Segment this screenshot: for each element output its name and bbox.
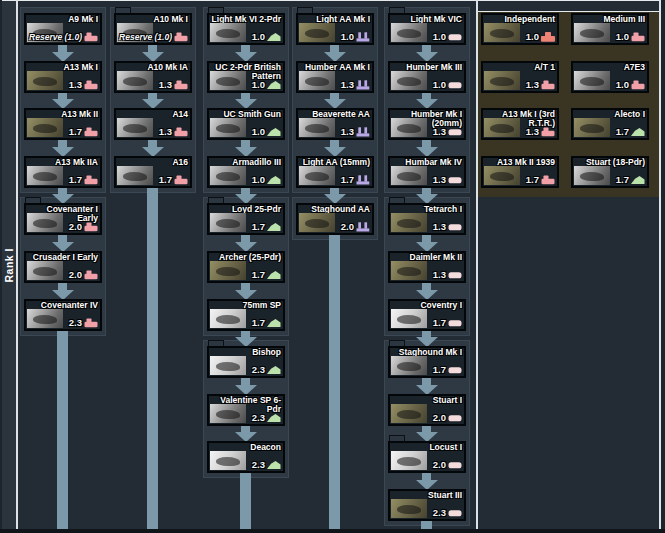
battle-rating: 1.0 xyxy=(433,79,446,90)
battle-rating: 1.7 xyxy=(159,174,172,185)
vehicle-card[interactable]: Humber Mk I (20mm)1.3 xyxy=(388,108,466,140)
battle-rating-row: 1.0 xyxy=(341,31,370,42)
vehicle-card[interactable]: A161.7 xyxy=(114,156,192,188)
battle-rating: 1.0 xyxy=(252,31,265,42)
battle-rating: 1.7 xyxy=(616,174,629,185)
vehicle-card[interactable]: Locust I2.0 xyxy=(388,441,466,473)
vehicle-photo xyxy=(27,261,63,280)
vehicle-card[interactable]: Bishop2.3 xyxy=(207,346,285,378)
tank-destroyer-class-icon xyxy=(267,318,281,328)
vehicle-card[interactable]: Light AA (15mm)1.7 xyxy=(296,156,374,188)
vehicle-photo xyxy=(210,404,246,423)
armored-car-class-icon xyxy=(448,270,462,280)
vehicle-card[interactable]: A13 Mk II1.7 xyxy=(24,108,102,140)
vehicle-photo xyxy=(299,118,335,137)
vehicle-card[interactable]: Stuart (18-Pdr)1.7 xyxy=(571,156,649,188)
vehicle-card[interactable]: A13 Mk II 19391.7 xyxy=(481,156,559,188)
battle-rating: 1.7 xyxy=(433,364,446,375)
vehicle-card[interactable]: Covenanter I Early2.0 xyxy=(24,203,102,235)
vehicle-card[interactable]: A141.3 xyxy=(114,108,192,140)
battle-rating-row: 1.3 xyxy=(69,79,98,90)
vehicle-photo xyxy=(391,23,427,42)
armored-car-class-icon xyxy=(448,318,462,328)
vehicle-card[interactable]: Beaverette AA1.3 xyxy=(296,108,374,140)
vehicle-card[interactable]: Deacon2.3 xyxy=(207,441,285,473)
vehicle-photo xyxy=(391,309,427,328)
rank-continuation-shaft xyxy=(329,233,340,529)
battle-rating: 1.0 xyxy=(252,79,265,90)
battle-rating: 2.3 xyxy=(433,507,446,518)
vehicle-photo xyxy=(484,23,520,42)
vehicle-card[interactable]: A9 Mk IReserve (1.0) xyxy=(24,13,102,45)
vehicle-card[interactable]: Humber Mk III1.0 xyxy=(388,61,466,93)
vehicle-card[interactable]: Staghound AA2.0 xyxy=(296,203,374,235)
vehicle-card[interactable]: Medium III1.0 xyxy=(571,13,649,45)
vehicle-card[interactable]: Staghound Mk I1.7 xyxy=(388,346,466,378)
vehicle-card[interactable]: Valentine SP 6-Pdr2.3 xyxy=(207,394,285,426)
battle-rating-row: 1.7 xyxy=(252,221,281,232)
vehicle-photo xyxy=(117,71,153,90)
battle-rating: 1.3 xyxy=(159,79,172,90)
vehicle-photo xyxy=(210,118,246,137)
vehicle-card[interactable]: A13 Mk IIA1.7 xyxy=(24,156,102,188)
vehicle-card[interactable]: A10 Mk IReserve (1.0) xyxy=(114,13,192,45)
vehicle-card[interactable]: Coventry I1.7 xyxy=(388,299,466,331)
vehicle-card[interactable]: Humber AA Mk I1.3 xyxy=(296,61,374,93)
tank-destroyer-class-icon xyxy=(267,365,281,375)
vehicle-card[interactable]: UC 2-Pdr British Pattern1.0 xyxy=(207,61,285,93)
battle-rating: 1.3 xyxy=(433,174,446,185)
cruiser-class-icon xyxy=(84,318,98,328)
vehicle-card[interactable]: Armadillo III1.0 xyxy=(207,156,285,188)
battle-rating-row: 1.3 xyxy=(433,221,462,232)
vehicle-photo xyxy=(484,166,520,185)
vehicle-card[interactable]: Crusader I Early2.0 xyxy=(24,251,102,283)
vehicle-photo xyxy=(210,261,246,280)
battle-rating-row: 1.3 xyxy=(526,126,555,137)
vehicle-card[interactable]: Humbar Mk IV1.3 xyxy=(388,156,466,188)
vehicle-photo xyxy=(574,71,610,90)
vehicle-card[interactable]: Daimler Mk II1.3 xyxy=(388,251,466,283)
vehicle-card[interactable]: Tetrarch I1.3 xyxy=(388,203,466,235)
vehicle-card[interactable]: A13 Mk I1.3 xyxy=(24,61,102,93)
battle-rating-row: 1.7 xyxy=(433,317,462,328)
cruiser-class-icon xyxy=(631,80,645,90)
vehicle-card[interactable]: Independent1.0 xyxy=(481,13,559,45)
vehicle-photo xyxy=(210,213,246,232)
vehicle-card[interactable]: Covenanter IV2.3 xyxy=(24,299,102,331)
spaa-class-icon xyxy=(356,32,370,42)
battle-rating: 1.7 xyxy=(252,317,265,328)
vehicle-card[interactable]: Stuart III2.3 xyxy=(388,489,466,521)
vehicle-card[interactable]: A7E31.0 xyxy=(571,61,649,93)
vehicle-card[interactable]: Stuart I2.0 xyxy=(388,394,466,426)
vehicle-card[interactable]: Alecto I1.7 xyxy=(571,108,649,140)
battle-rating-row: 1.7 xyxy=(69,126,98,137)
battle-rating-row: 2.3 xyxy=(69,317,98,328)
battle-rating-row: Reserve (1.0) xyxy=(119,32,188,42)
battle-rating: 2.3 xyxy=(252,459,265,470)
battle-rating: 1.3 xyxy=(433,126,446,137)
rank-label: Rank I xyxy=(3,248,15,283)
vehicle-card[interactable]: Archer (25-Pdr)1.7 xyxy=(207,251,285,283)
vehicle-card[interactable]: A/T 11.3 xyxy=(481,61,559,93)
battle-rating-row: 2.3 xyxy=(252,459,281,470)
battle-rating: 1.0 xyxy=(526,31,539,42)
vehicle-card[interactable]: Light Mk VI 2-Pdr1.0 xyxy=(207,13,285,45)
vehicle-card[interactable]: Light Mk VIC1.0 xyxy=(388,13,466,45)
vehicle-card[interactable]: Light AA Mk I1.0 xyxy=(296,13,374,45)
cruiser-class-icon xyxy=(174,32,188,42)
vehicle-photo xyxy=(27,118,63,137)
tank-destroyer-class-icon xyxy=(631,127,645,137)
vehicle-card[interactable]: 75mm SP1.7 xyxy=(207,299,285,331)
vehicle-card[interactable]: A13 Mk I (3rd R.T.R.)1.3 xyxy=(481,108,559,140)
vehicle-card[interactable]: A10 Mk IA1.3 xyxy=(114,61,192,93)
battle-rating-row: 2.0 xyxy=(69,221,98,232)
battle-rating: 1.0 xyxy=(433,31,446,42)
vehicle-card[interactable]: Loyd 25-Pdr1.7 xyxy=(207,203,285,235)
spaa-class-icon xyxy=(356,127,370,137)
battle-rating: 1.3 xyxy=(433,221,446,232)
vehicle-card[interactable]: UC Smith Gun1.0 xyxy=(207,108,285,140)
vehicle-photo xyxy=(391,166,427,185)
tech-tree-page: Rank I A9 Mk IReserve (1.0)A13 Mk I1.3A1… xyxy=(0,0,665,533)
battle-rating-row: 1.7 xyxy=(69,174,98,185)
rank-divider-line xyxy=(16,0,18,529)
